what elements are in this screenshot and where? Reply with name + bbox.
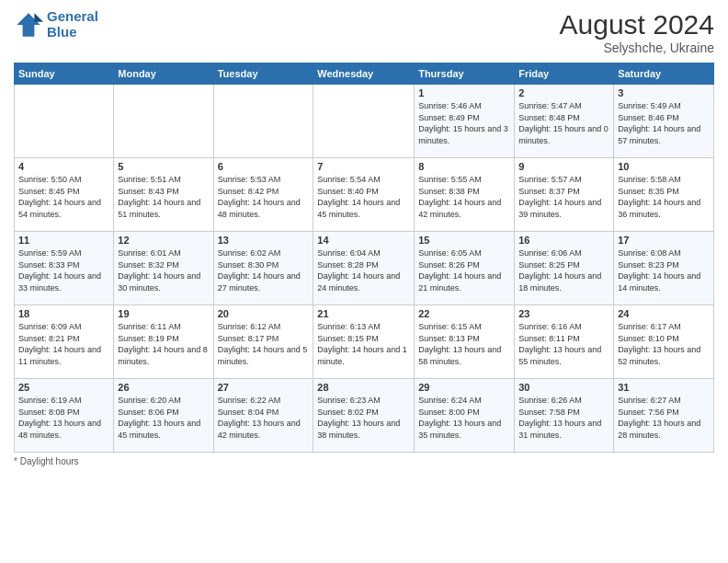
day-number: 31 [618,382,710,393]
day-number: 30 [518,382,609,393]
day-cell: 15Sunrise: 6:05 AM Sunset: 8:26 PM Dayli… [415,232,515,305]
day-info: Sunrise: 6:12 AM Sunset: 8:17 PM Dayligh… [218,321,310,367]
day-number: 17 [618,235,710,246]
day-number: 19 [118,308,209,319]
day-info: Sunrise: 6:13 AM Sunset: 8:15 PM Dayligh… [317,321,410,367]
day-info: Sunrise: 5:46 AM Sunset: 8:49 PM Dayligh… [418,100,510,146]
day-number: 4 [18,161,109,172]
day-number: 9 [518,161,609,172]
day-number: 5 [118,161,209,172]
day-cell: 7Sunrise: 5:54 AM Sunset: 8:40 PM Daylig… [313,158,415,232]
col-saturday: Saturday [614,63,714,85]
day-cell: 23Sunrise: 6:16 AM Sunset: 8:11 PM Dayli… [515,305,614,379]
header: General Blue August 2024 Selyshche, Ukra… [14,9,714,55]
calendar-body: 1Sunrise: 5:46 AM Sunset: 8:49 PM Daylig… [15,85,714,453]
day-info: Sunrise: 6:20 AM Sunset: 8:06 PM Dayligh… [118,395,209,441]
day-number: 15 [418,235,510,246]
footer-note: * Daylight hours [14,456,714,466]
day-cell: 26Sunrise: 6:20 AM Sunset: 8:06 PM Dayli… [114,379,213,453]
day-cell: 9Sunrise: 5:57 AM Sunset: 8:37 PM Daylig… [515,158,614,232]
col-sunday: Sunday [15,63,114,85]
day-cell: 20Sunrise: 6:12 AM Sunset: 8:17 PM Dayli… [213,305,313,379]
day-number: 23 [518,308,609,319]
day-info: Sunrise: 5:59 AM Sunset: 8:33 PM Dayligh… [18,247,109,293]
day-number: 29 [418,382,510,393]
day-info: Sunrise: 6:04 AM Sunset: 8:28 PM Dayligh… [317,247,410,293]
day-info: Sunrise: 6:26 AM Sunset: 7:58 PM Dayligh… [518,395,609,441]
day-cell: 21Sunrise: 6:13 AM Sunset: 8:15 PM Dayli… [313,305,415,379]
day-cell: 16Sunrise: 6:06 AM Sunset: 8:25 PM Dayli… [515,232,614,305]
col-tuesday: Tuesday [213,63,313,85]
day-number: 3 [618,87,710,98]
day-info: Sunrise: 5:47 AM Sunset: 8:48 PM Dayligh… [518,100,609,146]
day-number: 26 [118,382,209,393]
col-wednesday: Wednesday [313,63,415,85]
day-number: 21 [317,308,410,319]
day-number: 12 [118,235,209,246]
week-row-5: 25Sunrise: 6:19 AM Sunset: 8:08 PM Dayli… [15,379,714,453]
day-number: 20 [218,308,310,319]
svg-marker-1 [34,13,43,22]
day-cell [114,85,213,158]
day-cell: 22Sunrise: 6:15 AM Sunset: 8:13 PM Dayli… [415,305,515,379]
day-cell: 13Sunrise: 6:02 AM Sunset: 8:30 PM Dayli… [213,232,313,305]
day-cell: 29Sunrise: 6:24 AM Sunset: 8:00 PM Dayli… [415,379,515,453]
day-info: Sunrise: 5:54 AM Sunset: 8:40 PM Dayligh… [317,174,410,220]
day-cell: 10Sunrise: 5:58 AM Sunset: 8:35 PM Dayli… [614,158,714,232]
day-number: 28 [317,382,410,393]
day-info: Sunrise: 6:09 AM Sunset: 8:21 PM Dayligh… [18,321,109,367]
day-number: 13 [218,235,310,246]
day-number: 8 [418,161,510,172]
day-info: Sunrise: 5:53 AM Sunset: 8:42 PM Dayligh… [218,174,310,220]
day-number: 24 [618,308,710,319]
col-monday: Monday [114,63,213,85]
day-info: Sunrise: 5:57 AM Sunset: 8:37 PM Dayligh… [518,174,609,220]
day-number: 7 [317,161,410,172]
day-number: 25 [18,382,109,393]
calendar-container: General Blue August 2024 Selyshche, Ukra… [0,0,728,476]
day-info: Sunrise: 6:17 AM Sunset: 8:10 PM Dayligh… [618,321,710,367]
day-info: Sunrise: 5:50 AM Sunset: 8:45 PM Dayligh… [18,174,109,220]
day-info: Sunrise: 6:15 AM Sunset: 8:13 PM Dayligh… [418,321,510,367]
day-cell: 25Sunrise: 6:19 AM Sunset: 8:08 PM Dayli… [15,379,114,453]
week-row-4: 18Sunrise: 6:09 AM Sunset: 8:21 PM Dayli… [15,305,714,379]
day-cell: 30Sunrise: 6:26 AM Sunset: 7:58 PM Dayli… [515,379,614,453]
day-number: 16 [518,235,609,246]
day-cell: 18Sunrise: 6:09 AM Sunset: 8:21 PM Dayli… [15,305,114,379]
day-info: Sunrise: 6:05 AM Sunset: 8:26 PM Dayligh… [418,247,510,293]
day-cell: 28Sunrise: 6:23 AM Sunset: 8:02 PM Dayli… [313,379,415,453]
day-info: Sunrise: 6:19 AM Sunset: 8:08 PM Dayligh… [18,395,109,441]
day-cell: 8Sunrise: 5:55 AM Sunset: 8:38 PM Daylig… [415,158,515,232]
day-number: 11 [18,235,109,246]
title-block: August 2024 Selyshche, Ukraine [560,9,714,55]
day-number: 6 [218,161,310,172]
location: Selyshche, Ukraine [560,40,714,55]
header-row: Sunday Monday Tuesday Wednesday Thursday… [15,63,714,85]
day-cell: 14Sunrise: 6:04 AM Sunset: 8:28 PM Dayli… [313,232,415,305]
day-info: Sunrise: 6:06 AM Sunset: 8:25 PM Dayligh… [518,247,609,293]
day-cell: 31Sunrise: 6:27 AM Sunset: 7:56 PM Dayli… [614,379,714,453]
day-number: 27 [218,382,310,393]
day-info: Sunrise: 6:08 AM Sunset: 8:23 PM Dayligh… [618,247,710,293]
calendar-table: Sunday Monday Tuesday Wednesday Thursday… [14,63,714,453]
week-row-3: 11Sunrise: 5:59 AM Sunset: 8:33 PM Dayli… [15,232,714,305]
day-number: 1 [418,87,510,98]
logo-text: General Blue [47,9,98,40]
day-info: Sunrise: 5:55 AM Sunset: 8:38 PM Dayligh… [418,174,510,220]
day-info: Sunrise: 5:51 AM Sunset: 8:43 PM Dayligh… [118,174,209,220]
week-row-1: 1Sunrise: 5:46 AM Sunset: 8:49 PM Daylig… [15,85,714,158]
day-info: Sunrise: 6:02 AM Sunset: 8:30 PM Dayligh… [218,247,310,293]
day-info: Sunrise: 6:22 AM Sunset: 8:04 PM Dayligh… [218,395,310,441]
day-cell: 1Sunrise: 5:46 AM Sunset: 8:49 PM Daylig… [415,85,515,158]
day-cell: 11Sunrise: 5:59 AM Sunset: 8:33 PM Dayli… [15,232,114,305]
day-number: 18 [18,308,109,319]
day-number: 22 [418,308,510,319]
day-cell: 5Sunrise: 5:51 AM Sunset: 8:43 PM Daylig… [114,158,213,232]
day-number: 2 [518,87,609,98]
day-info: Sunrise: 5:49 AM Sunset: 8:46 PM Dayligh… [618,100,710,146]
day-info: Sunrise: 6:23 AM Sunset: 8:02 PM Dayligh… [317,395,410,441]
day-info: Sunrise: 6:27 AM Sunset: 7:56 PM Dayligh… [618,395,710,441]
day-cell [15,85,114,158]
logo: General Blue [14,9,98,40]
day-number: 10 [618,161,710,172]
